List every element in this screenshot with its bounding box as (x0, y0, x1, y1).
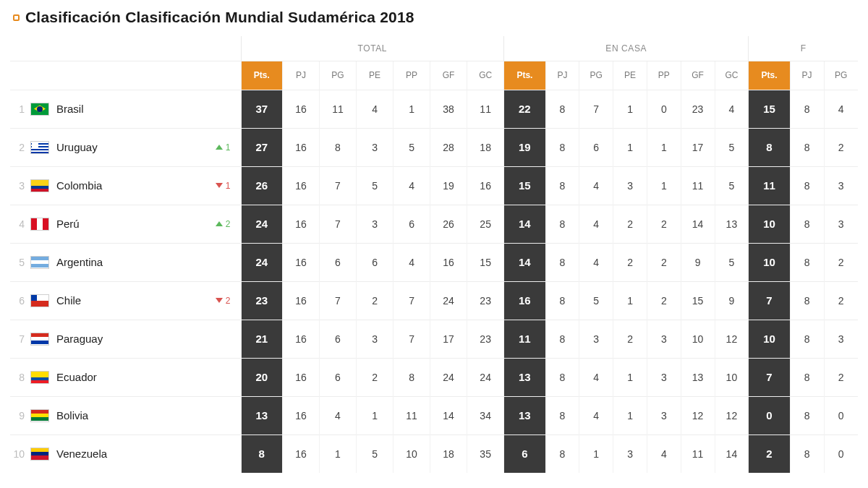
total-pp: 7 (393, 281, 430, 320)
col-total-pts: Pts. (241, 61, 282, 90)
team-cell[interactable]: 9 Bolivia (10, 396, 241, 435)
away-pj: 8 (790, 320, 824, 358)
triangle-up-icon (216, 221, 223, 226)
home-pts: 16 (504, 281, 545, 320)
home-pp: 1 (647, 166, 681, 205)
col-home-pg: PG (579, 61, 613, 90)
standings-table: TOTAL EN CASA F Pts. PJ PG PE PP GF GC P… (10, 36, 858, 473)
team-cell[interactable]: 2 Uruguay 1 (10, 128, 241, 166)
team-cell[interactable]: 10 Venezuela (10, 435, 241, 473)
team-cell[interactable]: 7 Paraguay (10, 320, 241, 358)
home-pg: 1 (579, 435, 613, 473)
home-pts: 11 (504, 320, 545, 358)
away-pg: 2 (824, 281, 858, 320)
team-name: Perú (56, 218, 80, 230)
home-pts: 14 (504, 205, 545, 243)
total-pg: 7 (319, 205, 356, 243)
away-pg: 2 (824, 128, 858, 166)
home-gf: 14 (681, 205, 715, 243)
flag-icon (30, 409, 49, 422)
total-gf: 38 (430, 90, 467, 128)
total-pts: 24 (241, 205, 282, 243)
rank: 1 (10, 103, 30, 115)
flag-icon (30, 218, 49, 231)
col-home-pts: Pts. (504, 61, 545, 90)
total-pj: 16 (282, 90, 319, 128)
home-pts: 19 (504, 128, 545, 166)
team-cell[interactable]: 4 Perú 2 (10, 205, 241, 243)
home-pe: 1 (613, 358, 647, 396)
home-pp: 4 (647, 435, 681, 473)
group-header-row: TOTAL EN CASA F (10, 36, 858, 61)
col-home-gf: GF (681, 61, 715, 90)
home-pts: 15 (504, 166, 545, 205)
team-name: Colombia (56, 179, 102, 192)
col-away-pts: Pts. (749, 61, 790, 90)
team-cell[interactable]: 3 Colombia 1 (10, 166, 241, 205)
rank: 9 (10, 410, 30, 421)
total-pts: 8 (241, 435, 282, 473)
home-gf: 13 (681, 358, 715, 396)
col-total-pp: PP (393, 61, 430, 90)
move-value: 2 (226, 219, 231, 229)
home-pe: 1 (613, 90, 647, 128)
total-gf: 18 (430, 435, 467, 473)
away-pg: 2 (824, 243, 858, 281)
col-home-pj: PJ (545, 61, 579, 90)
home-pj: 8 (545, 281, 579, 320)
total-pe: 5 (357, 435, 393, 473)
col-total-gf: GF (430, 61, 467, 90)
away-pg: 0 (824, 396, 858, 435)
table-row: 10 Venezuela 8 16 1 5 10 18 35 6 8 1 3 4… (10, 435, 858, 473)
rank: 4 (10, 218, 30, 230)
team-cell[interactable]: 6 Chile 2 (10, 281, 241, 320)
total-pp: 10 (393, 435, 430, 473)
home-pp: 3 (647, 396, 681, 435)
home-pp: 2 (647, 281, 681, 320)
away-pj: 8 (790, 128, 824, 166)
table-row: 2 Uruguay 1 27 16 8 3 5 28 18 19 8 6 1 1… (10, 128, 858, 166)
column-header-row: Pts. PJ PG PE PP GF GC Pts. PJ PG PE PP … (10, 61, 858, 90)
total-pe: 6 (357, 243, 393, 281)
flag-icon (30, 294, 49, 307)
rank: 7 (10, 333, 30, 345)
home-gc: 4 (715, 90, 749, 128)
home-gf: 9 (681, 243, 715, 281)
col-total-pg: PG (319, 61, 356, 90)
team-cell[interactable]: 1 Brasil (10, 90, 241, 128)
move-indicator: 1 (216, 142, 231, 153)
total-gc: 18 (467, 128, 504, 166)
triangle-down-icon (216, 298, 223, 303)
col-home-pp: PP (647, 61, 681, 90)
total-pp: 5 (393, 128, 430, 166)
total-gc: 15 (467, 243, 504, 281)
total-gf: 19 (430, 166, 467, 205)
home-pj: 8 (545, 435, 579, 473)
home-pj: 8 (545, 243, 579, 281)
total-pp: 4 (393, 243, 430, 281)
team-cell[interactable]: 8 Ecuador (10, 358, 241, 396)
total-pe: 3 (357, 128, 393, 166)
away-pts: 7 (749, 358, 790, 396)
team-name: Ecuador (56, 371, 97, 383)
total-pj: 16 (282, 358, 319, 396)
total-gf: 28 (430, 128, 467, 166)
rank: 10 (10, 448, 30, 460)
col-home-gc: GC (715, 61, 749, 90)
total-pg: 7 (319, 281, 356, 320)
home-pp: 0 (647, 90, 681, 128)
home-gc: 5 (715, 243, 749, 281)
total-pe: 4 (357, 90, 393, 128)
total-pg: 11 (319, 90, 356, 128)
table-row: 8 Ecuador 20 16 6 2 8 24 24 13 8 4 1 3 1… (10, 358, 858, 396)
total-gc: 23 (467, 320, 504, 358)
home-pj: 8 (545, 205, 579, 243)
total-pp: 8 (393, 358, 430, 396)
away-pj: 8 (790, 90, 824, 128)
home-pe: 2 (613, 205, 647, 243)
total-pts: 37 (241, 90, 282, 128)
home-pp: 1 (647, 128, 681, 166)
table-row: 7 Paraguay 21 16 6 3 7 17 23 11 8 3 2 3 … (10, 320, 858, 358)
team-cell[interactable]: 5 Argentina (10, 243, 241, 281)
total-pj: 16 (282, 205, 319, 243)
